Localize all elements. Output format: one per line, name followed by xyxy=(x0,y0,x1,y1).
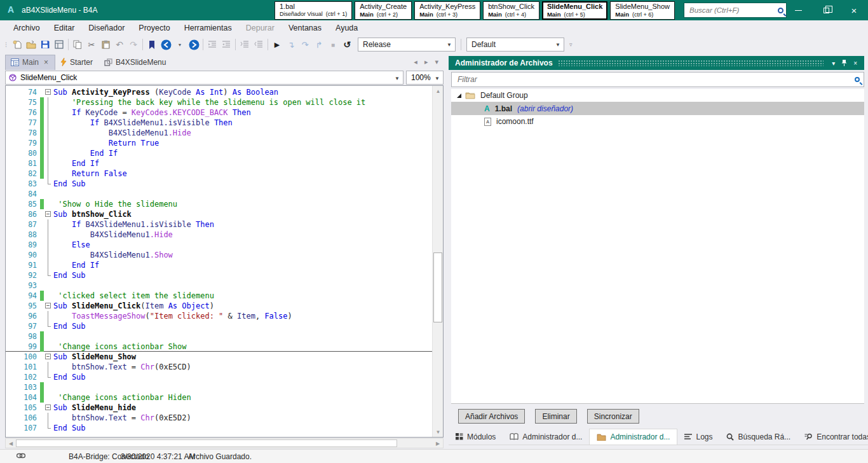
code-line[interactable]: 107End Sub xyxy=(6,423,432,433)
scroll-left-icon[interactable]: ◀ xyxy=(6,439,16,448)
sincronizar-button[interactable]: Sincronizar xyxy=(587,409,639,424)
run-icon[interactable]: ▶ xyxy=(270,38,284,52)
quick-access-tab[interactable]: SlideMenu_ClickMain (ctrl + 5) xyxy=(542,1,607,20)
menu-ventanas[interactable]: Ventanas xyxy=(281,22,329,34)
quick-access-tab[interactable]: Activity_KeyPressMain (ctrl + 3) xyxy=(414,1,480,20)
bottom-tab-2[interactable]: Administrador d... xyxy=(589,429,677,445)
code-editor[interactable]: 74−Sub Activity_KeyPress (KeyCode As Int… xyxy=(5,85,444,438)
quick-access-tab[interactable]: 1.balDiseñador Visual (ctrl + 1) xyxy=(275,1,352,20)
toolbar-overflow-icon[interactable]: ▿ xyxy=(569,41,573,48)
stop-icon[interactable]: ■ xyxy=(326,38,340,52)
horizontal-scroll-thumb[interactable] xyxy=(16,439,397,447)
code-line[interactable]: 92End Sub xyxy=(6,270,432,280)
minimize-button[interactable] xyxy=(784,0,812,20)
code-line[interactable]: 76 If KeyCode = KeyCodes.KEYCODE_BACK Th… xyxy=(6,107,432,118)
nav-forward-icon[interactable] xyxy=(187,38,201,52)
tab-scroll-controls[interactable]: ◂ ▸ ▾ xyxy=(414,58,441,66)
bookmark-icon[interactable] xyxy=(145,38,159,52)
module-tab-b4xslidemenu[interactable]: B4XSlideMenu xyxy=(99,55,172,70)
export-icon[interactable] xyxy=(52,38,66,52)
scroll-right-icon[interactable]: ▶ xyxy=(433,439,443,448)
step-into-icon[interactable]: ↴ xyxy=(284,38,298,52)
fold-collapse-icon[interactable]: − xyxy=(44,403,53,413)
close-button[interactable]: × xyxy=(840,0,868,20)
code-line[interactable]: 74−Sub Activity_KeyPress (KeyCode As Int… xyxy=(6,87,432,97)
scroll-down-icon[interactable]: ▼ xyxy=(433,427,444,437)
file-row[interactable]: A1.bal(abrir diseñador) xyxy=(451,102,864,115)
build-config-dropdown[interactable]: Release ▼ xyxy=(358,38,456,52)
filter-input[interactable]: Filtrar xyxy=(451,72,864,87)
code-line[interactable]: 98 xyxy=(6,331,432,342)
menu-editar[interactable]: Editar xyxy=(47,22,82,34)
sub-navigator-dropdown[interactable]: SlideMenu_Click ▼ xyxy=(5,71,403,85)
horizontal-scrollbar[interactable]: ◀ ▶ xyxy=(5,438,444,448)
undo-icon[interactable]: ↶ xyxy=(112,38,126,52)
code-line[interactable]: 88 B4XSlideMenu1.Hide xyxy=(6,230,432,240)
zoom-dropdown[interactable]: 100% ▼ xyxy=(406,71,444,85)
code-line[interactable]: 79 Return True xyxy=(6,138,432,148)
menu-proyecto[interactable]: Proyecto xyxy=(132,22,177,34)
outdent-icon[interactable] xyxy=(219,38,233,52)
bottom-tab-1[interactable]: Administrador d... xyxy=(503,429,589,445)
code-line[interactable]: 75 'Pressing the back key while the slid… xyxy=(6,97,432,107)
code-line[interactable]: 104 'Change icons actionbar Hiden xyxy=(6,392,432,403)
code-line[interactable]: 96 ToastMessageShow("Item clicked: " & I… xyxy=(6,311,432,321)
quick-access-tab[interactable]: SlideMenu_ShowMain (ctrl + 6) xyxy=(610,1,675,20)
code-line[interactable]: 89 Else xyxy=(6,240,432,250)
collapse-triangle-icon[interactable] xyxy=(456,93,463,99)
open-project-icon[interactable] xyxy=(24,38,38,52)
tab-close-icon[interactable]: × xyxy=(44,58,48,67)
quick-access-tab[interactable]: Activity_CreateMain (ctrl + 2) xyxy=(355,1,412,20)
module-tab-main[interactable]: Main× xyxy=(5,55,55,70)
panel-menu-icon[interactable]: ▾ xyxy=(829,60,838,67)
scroll-up-icon[interactable]: ▲ xyxy=(433,86,444,96)
redo-icon[interactable]: ↷ xyxy=(126,38,140,52)
pin-icon[interactable] xyxy=(838,59,850,67)
fold-collapse-icon[interactable]: − xyxy=(44,87,53,97)
fold-collapse-icon[interactable]: − xyxy=(44,209,53,219)
code-line[interactable]: 93 xyxy=(6,280,432,291)
filter-search-icon[interactable] xyxy=(855,77,860,82)
code-line[interactable]: 80 End If xyxy=(6,148,432,158)
code-line[interactable]: 99 'Change icons actionbar Show xyxy=(6,342,432,352)
code-line[interactable]: 86−Sub btnShow_Click xyxy=(6,209,432,219)
tree-group-row[interactable]: Default Group xyxy=(451,89,864,102)
code-line[interactable]: 84 xyxy=(6,189,432,199)
code-line[interactable]: 94 'clicked select item the slidemenu xyxy=(6,291,432,301)
indent-icon[interactable] xyxy=(205,38,219,52)
restart-icon[interactable]: ↺ xyxy=(340,38,354,52)
code-line[interactable]: 78 B4XSlideMenu1.Hide xyxy=(6,128,432,138)
code-line[interactable]: 87 If B4XSlideMenu1.isVisible Then xyxy=(6,219,432,230)
new-file-icon[interactable] xyxy=(10,38,24,52)
eliminar-button[interactable]: Eliminar xyxy=(535,409,576,424)
fold-collapse-icon[interactable]: − xyxy=(44,352,53,362)
bottom-tab-5[interactable]: Encontrar todas las... xyxy=(797,429,868,445)
paste-icon[interactable] xyxy=(98,38,112,52)
nav-back-dropdown-icon[interactable]: ▼ xyxy=(173,38,187,52)
vertical-scrollbar[interactable]: ▲ ▼ xyxy=(432,86,443,437)
menu-ayuda[interactable]: Ayuda xyxy=(329,22,365,34)
step-out-icon[interactable]: ↱ xyxy=(312,38,326,52)
code-line[interactable]: 101 btnShow.Text = Chr(0xE5CD) xyxy=(6,362,432,372)
code-line[interactable]: 90 B4XSlideMenu1.Show xyxy=(6,250,432,260)
fold-collapse-icon[interactable]: − xyxy=(44,301,53,311)
bottom-tab-4[interactable]: Búsqueda Rá... xyxy=(719,429,797,445)
code-line[interactable]: 103 xyxy=(6,382,432,392)
vertical-scroll-thumb[interactable] xyxy=(433,252,442,322)
panel-close-icon[interactable]: × xyxy=(850,60,860,67)
code-line[interactable]: 105−Sub SlideMenu_hide xyxy=(6,403,432,413)
code-line[interactable]: 106 btnShow.Text = Chr(0xE5D2) xyxy=(6,413,432,423)
search-icon[interactable] xyxy=(778,8,783,13)
code-line[interactable]: 102End Sub xyxy=(6,372,432,382)
menu-herramientas[interactable]: Herramientas xyxy=(177,22,239,34)
code-line[interactable]: 100−Sub SlideMenu_Show xyxy=(6,352,432,362)
nav-back-icon[interactable] xyxy=(159,38,173,52)
bottom-tab-3[interactable]: Logs xyxy=(677,429,719,445)
comment-icon[interactable] xyxy=(238,38,252,52)
code-line[interactable]: 97End Sub xyxy=(6,321,432,331)
uncomment-icon[interactable] xyxy=(252,38,266,52)
step-over-icon[interactable]: ↷ xyxy=(298,38,312,52)
code-line[interactable]: 81 End If xyxy=(6,158,432,169)
bottom-tab-0[interactable]: Módulos xyxy=(449,429,503,445)
code-line[interactable]: 85 'Show o Hide the slidemenu xyxy=(6,199,432,209)
